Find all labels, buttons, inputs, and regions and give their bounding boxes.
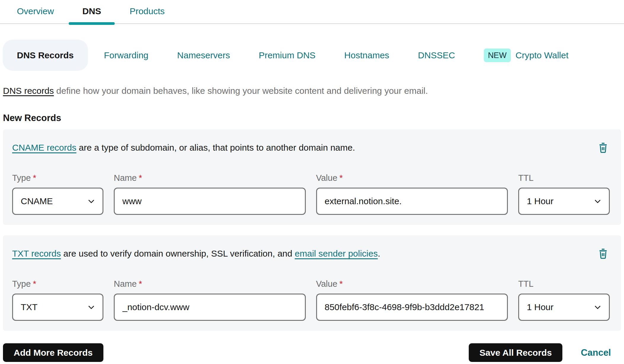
tab-dns[interactable]: DNS (68, 1, 115, 23)
subtab-dns-records[interactable]: DNS Records (3, 40, 88, 71)
record-intro: CNAME records are a type of subdomain, o… (12, 142, 355, 153)
value-label: Value* (316, 280, 508, 288)
ttl-select-value: 1 Hour (527, 196, 553, 206)
cname-records-link[interactable]: CNAME records (12, 143, 76, 152)
dns-records-help-link[interactable]: DNS records (3, 86, 54, 96)
name-input[interactable] (114, 188, 306, 215)
chevron-down-icon (593, 197, 602, 206)
type-label: Type* (12, 280, 103, 288)
delete-record-button[interactable] (598, 142, 609, 154)
type-select[interactable]: TXT (12, 294, 103, 321)
subtab-premium-dns[interactable]: Premium DNS (259, 50, 316, 60)
subtab-forwarding[interactable]: Forwarding (104, 50, 148, 60)
value-input[interactable] (316, 188, 508, 215)
name-input[interactable] (114, 294, 306, 321)
required-mark: * (340, 173, 343, 183)
value-label: Value* (316, 174, 508, 182)
dns-description: DNS records define how your domain behav… (3, 86, 621, 96)
footer-actions: Add More Records Save All Records Cancel (3, 343, 621, 362)
ttl-select[interactable]: 1 Hour (518, 188, 610, 215)
value-input[interactable] (316, 294, 508, 321)
chevron-down-icon (87, 197, 96, 206)
required-mark: * (139, 279, 142, 289)
top-tab-bar: Overview DNS Products (0, 0, 624, 24)
record-card-cname: CNAME records are a type of subdomain, o… (3, 129, 621, 225)
subtab-nameservers[interactable]: Nameservers (177, 50, 230, 60)
chevron-down-icon (87, 302, 96, 312)
subtab-dnssec[interactable]: DNSSEC (418, 50, 455, 60)
tab-overview[interactable]: Overview (3, 1, 68, 23)
ttl-label: TTL (518, 280, 610, 288)
type-select-value: TXT (21, 302, 38, 312)
trash-icon (598, 142, 609, 154)
dns-subtab-bar: DNS Records Forwarding Nameservers Premi… (3, 40, 624, 71)
txt-records-link[interactable]: TXT records (12, 249, 61, 258)
email-sender-policies-link[interactable]: email sender policies (295, 249, 378, 258)
required-mark: * (33, 173, 36, 183)
name-label: Name* (114, 280, 306, 288)
new-badge: NEW (484, 49, 511, 62)
save-all-records-button[interactable]: Save All Records (469, 343, 562, 362)
type-label: Type* (12, 174, 103, 182)
chevron-down-icon (593, 302, 602, 312)
required-mark: * (139, 173, 142, 183)
new-records-heading: New Records (3, 113, 621, 123)
type-select[interactable]: CNAME (12, 188, 103, 215)
cancel-link[interactable]: Cancel (581, 347, 611, 358)
type-select-value: CNAME (21, 196, 53, 206)
required-mark: * (33, 279, 36, 289)
add-more-records-button[interactable]: Add More Records (3, 343, 103, 362)
ttl-label: TTL (518, 174, 610, 182)
subtab-crypto-wallet-label: Crypto Wallet (516, 50, 569, 60)
subtab-crypto-wallet[interactable]: NEW Crypto Wallet (484, 49, 569, 62)
ttl-select-value: 1 Hour (527, 302, 553, 312)
subtab-hostnames[interactable]: Hostnames (344, 50, 389, 60)
tab-products[interactable]: Products (115, 1, 179, 23)
record-card-txt: TXT records are used to verify domain ow… (3, 235, 621, 331)
record-intro: TXT records are used to verify domain ow… (12, 248, 380, 259)
required-mark: * (340, 279, 343, 289)
ttl-select[interactable]: 1 Hour (518, 294, 610, 321)
delete-record-button[interactable] (598, 248, 609, 260)
trash-icon (598, 248, 609, 260)
dns-description-text: define how your domain behaves, like sho… (54, 86, 428, 96)
name-label: Name* (114, 174, 306, 182)
